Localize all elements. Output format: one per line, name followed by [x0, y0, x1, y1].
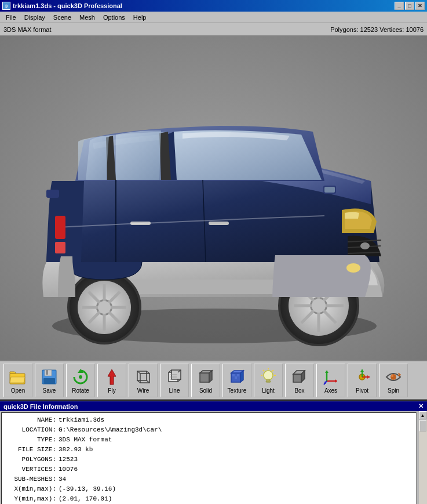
scroll-thumb[interactable] [419, 420, 426, 432]
app-icon: 3 [2, 2, 10, 10]
spin-icon [384, 368, 403, 386]
svg-marker-58 [209, 371, 212, 382]
pivot-icon [353, 368, 371, 386]
open-button[interactable]: Open [3, 364, 32, 397]
box-button[interactable]: Box [285, 364, 314, 397]
title-bar: 3 trkkiam1.3ds - quick3D Professional _ … [0, 0, 427, 12]
svg-rect-64 [237, 374, 239, 376]
info-row: VERTICES:10076 [6, 465, 411, 474]
info-row: POLYGONS:12523 [6, 455, 411, 465]
light-button[interactable]: Light [254, 364, 283, 397]
info-row: LOCATION:G:\Resources\Amazing3d\car\ [6, 425, 411, 435]
open-icon [9, 368, 27, 386]
svg-point-20 [312, 299, 326, 313]
menu-options[interactable]: Options [100, 13, 129, 22]
maximize-button[interactable]: □ [405, 2, 414, 10]
rotate-button[interactable]: Rotate [66, 364, 95, 397]
svg-marker-84 [367, 375, 370, 379]
fly-button[interactable]: Fly [97, 364, 126, 397]
save-label: Save [43, 387, 56, 394]
toolbar: Open Save Rotate [0, 361, 427, 400]
info-value: trkkiam1.3ds [59, 415, 104, 425]
svg-rect-62 [232, 374, 235, 376]
svg-rect-37 [46, 370, 48, 375]
svg-rect-12 [324, 187, 335, 193]
3d-viewport-canvas [0, 36, 427, 361]
status-bar-top: 3DS MAX format Polygons: 12523 Vertices:… [0, 23, 427, 36]
box-label: Box [294, 387, 304, 394]
info-label: FILE SIZE: [6, 445, 59, 455]
close-button[interactable]: ✕ [415, 2, 425, 10]
format-label: 3DS MAX format [3, 26, 52, 33]
svg-marker-79 [325, 371, 329, 373]
line-icon [165, 368, 184, 386]
menu-display[interactable]: Display [21, 13, 49, 22]
spin-button[interactable]: Spin [379, 364, 408, 397]
title-controls: _ □ ✕ [395, 2, 425, 10]
wire-icon [134, 368, 152, 386]
scroll-track[interactable] [419, 420, 427, 504]
info-row: SUB-MESHES:34 [6, 474, 411, 484]
axes-icon [322, 368, 340, 386]
svg-point-29 [98, 301, 111, 314]
svg-line-69 [272, 370, 273, 371]
window-title: trkkiam1.3ds - quick3D Professional [13, 2, 122, 9]
menu-mesh[interactable]: Mesh [76, 13, 98, 22]
save-button[interactable]: Save [35, 364, 64, 397]
svg-marker-86 [360, 369, 364, 372]
minimize-button[interactable]: _ [395, 2, 404, 10]
svg-rect-31 [55, 216, 65, 239]
pivot-button[interactable]: Pivot [348, 364, 377, 397]
info-row: NAME:trkkiam1.3ds [6, 415, 411, 425]
solid-icon [196, 368, 215, 386]
rotate-label: Rotate [72, 387, 89, 394]
svg-point-65 [264, 371, 273, 380]
solid-button[interactable]: Solid [191, 364, 220, 397]
svg-marker-61 [240, 371, 243, 382]
fly-label: Fly [108, 387, 115, 394]
info-panel: quick3D File Information ✕ NAME:trkkiam1… [0, 400, 427, 504]
line-label: Line [169, 387, 180, 394]
svg-rect-56 [200, 373, 209, 382]
info-value: 10076 [59, 465, 78, 474]
menu-file[interactable]: File [2, 13, 20, 22]
svg-marker-77 [335, 379, 337, 383]
info-value: (-39.13, 39.16) [59, 484, 116, 494]
info-body: NAME:trkkiam1.3dsLOCATION:G:\Resources\A… [0, 411, 427, 504]
axes-label: Axes [324, 387, 337, 394]
svg-rect-38 [43, 378, 55, 384]
wire-button[interactable]: Wire [129, 364, 158, 397]
info-row: FILE SIZE:382.93 kb [6, 445, 411, 455]
box-icon [290, 368, 309, 386]
scroll-up-button[interactable]: ▲ [419, 411, 427, 419]
info-value: (2.01, 170.01) [59, 494, 112, 504]
polygon-info: Polygons: 12523 Vertices: 10076 [52, 26, 424, 33]
spin-label: Spin [388, 387, 399, 394]
info-label: SUB-MESHES: [6, 474, 59, 484]
rotate-icon [71, 368, 90, 386]
info-scrollbar[interactable]: ▲ ▼ [418, 411, 427, 504]
info-value: 382.93 kb [59, 445, 93, 455]
texture-button[interactable]: Texture [222, 364, 251, 397]
texture-icon [228, 368, 246, 386]
wire-label: Wire [137, 387, 149, 394]
info-value: 12523 [59, 455, 78, 465]
light-label: Light [262, 387, 275, 394]
menu-scene[interactable]: Scene [50, 13, 75, 22]
info-close-button[interactable]: ✕ [418, 403, 424, 410]
menu-help[interactable]: Help [130, 13, 150, 22]
line-button[interactable]: Line [160, 364, 189, 397]
texture-label: Texture [228, 387, 247, 394]
viewport[interactable] [0, 36, 427, 361]
svg-rect-67 [266, 381, 271, 382]
info-value: 3DS MAX format [59, 435, 112, 445]
svg-point-9 [360, 242, 370, 249]
svg-marker-41 [108, 369, 116, 385]
axes-button[interactable]: Axes [316, 364, 345, 397]
svg-rect-10 [46, 190, 59, 198]
svg-rect-63 [235, 376, 237, 379]
svg-point-33 [346, 263, 360, 273]
menu-bar: File Display Scene Mesh Options Help [0, 12, 427, 23]
info-label: Y(min,max): [6, 494, 59, 504]
info-content: NAME:trkkiam1.3dsLOCATION:G:\Resources\A… [1, 412, 417, 504]
